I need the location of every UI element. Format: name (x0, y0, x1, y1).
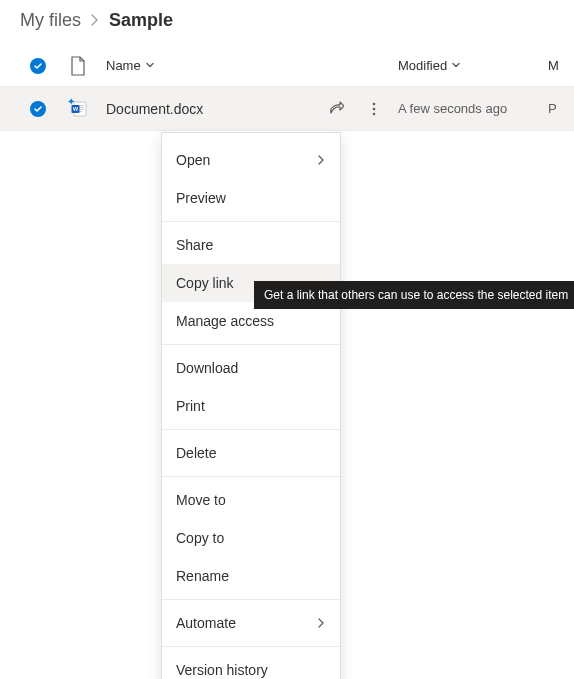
more-actions-icon[interactable] (364, 99, 384, 119)
menu-item-automate[interactable]: Automate (162, 604, 340, 642)
menu-item-label: Copy link (176, 275, 234, 291)
menu-item-label: Share (176, 237, 213, 253)
svg-point-7 (373, 107, 376, 110)
chevron-right-icon (316, 615, 326, 631)
menu-item-label: Delete (176, 445, 216, 461)
menu-item-version-history[interactable]: Version history (162, 651, 340, 679)
menu-item-label: Version history (176, 662, 268, 678)
menu-item-delete[interactable]: Delete (162, 434, 340, 472)
menu-item-label: Open (176, 152, 210, 168)
breadcrumb-parent[interactable]: My files (20, 10, 81, 31)
menu-item-move-to[interactable]: Move to (162, 481, 340, 519)
column-header-name-label: Name (106, 58, 141, 73)
word-document-icon: ✦ (70, 100, 88, 118)
menu-item-download[interactable]: Download (162, 349, 340, 387)
column-header-name[interactable]: Name (106, 58, 318, 73)
tooltip-copy-link: Get a link that others can use to access… (254, 281, 574, 309)
chevron-down-icon (451, 60, 461, 72)
menu-item-label: Manage access (176, 313, 274, 329)
menu-item-label: Copy to (176, 530, 224, 546)
file-modified: A few seconds ago (398, 101, 548, 116)
menu-item-label: Automate (176, 615, 236, 631)
file-author-truncated: P (548, 101, 568, 116)
row-selected-icon[interactable] (30, 101, 46, 117)
column-header-truncated[interactable]: M (548, 58, 568, 73)
menu-item-label: Download (176, 360, 238, 376)
select-all-toggle[interactable] (30, 58, 70, 74)
file-list-header: Name Modified M (0, 45, 574, 87)
column-header-modified-label: Modified (398, 58, 447, 73)
svg-point-8 (373, 112, 376, 115)
file-type-header-icon (70, 56, 86, 76)
menu-item-share[interactable]: Share (162, 226, 340, 264)
menu-item-copy-to[interactable]: Copy to (162, 519, 340, 557)
menu-item-label: Preview (176, 190, 226, 206)
svg-point-6 (373, 102, 376, 105)
share-icon[interactable] (326, 99, 346, 119)
menu-item-rename[interactable]: Rename (162, 557, 340, 595)
menu-item-label: Rename (176, 568, 229, 584)
file-name[interactable]: Document.docx (106, 101, 203, 117)
checkmark-circle-icon (30, 58, 46, 74)
chevron-right-icon (89, 10, 101, 31)
chevron-right-icon (316, 152, 326, 168)
menu-item-preview[interactable]: Preview (162, 179, 340, 217)
menu-item-print[interactable]: Print (162, 387, 340, 425)
context-menu: Open Preview Share Copy link Manage acce… (161, 132, 341, 679)
new-item-glint-icon: ✦ (67, 97, 75, 107)
file-row[interactable]: ✦ Document.docx (0, 87, 574, 131)
menu-item-label: Print (176, 398, 205, 414)
menu-item-label: Move to (176, 492, 226, 508)
column-header-modified[interactable]: Modified (398, 58, 548, 73)
chevron-down-icon (145, 60, 155, 72)
breadcrumb-current: Sample (109, 10, 173, 31)
menu-item-open[interactable]: Open (162, 141, 340, 179)
breadcrumb: My files Sample (0, 0, 574, 45)
